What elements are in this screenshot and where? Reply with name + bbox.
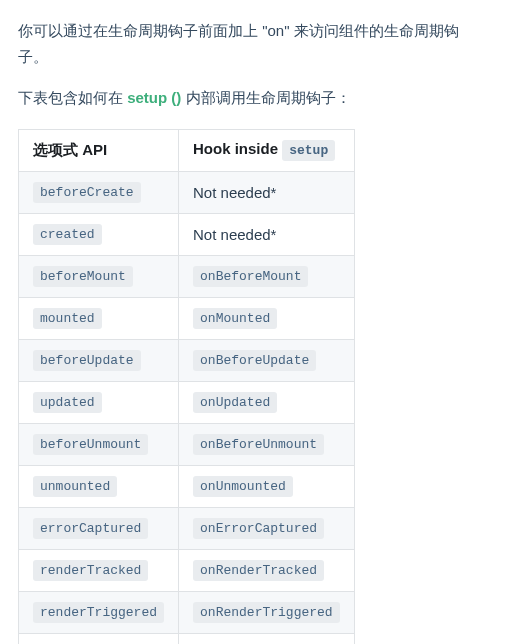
options-api-cell: beforeCreate [19,171,179,213]
hook-cell: onRenderTracked [179,549,355,591]
setup-code-chip: setup [282,140,335,161]
table-row: renderTriggeredonRenderTriggered [19,591,355,633]
hook-code: onRenderTracked [193,560,324,581]
table-row: beforeMountonBeforeMount [19,255,355,297]
options-api-code: errorCaptured [33,518,148,539]
hook-cell: Not needed* [179,171,355,213]
hook-code: onUnmounted [193,476,293,497]
hook-cell: onBeforeUpdate [179,339,355,381]
hook-code: onErrorCaptured [193,518,324,539]
hook-cell: Not needed* [179,213,355,255]
options-api-cell: beforeUpdate [19,339,179,381]
options-api-code: beforeMount [33,266,133,287]
options-api-code: created [33,224,102,245]
table-row: unmountedonUnmounted [19,465,355,507]
options-api-code: updated [33,392,102,413]
hook-cell: onActivated [179,633,355,644]
options-api-cell: renderTriggered [19,591,179,633]
hook-code: onRenderTriggered [193,602,340,623]
hook-plain-text: Not needed* [193,226,276,243]
options-api-cell: beforeUnmount [19,423,179,465]
options-api-code: beforeCreate [33,182,141,203]
table-header-hook-inside-setup: Hook inside setup [179,129,355,171]
sub-suffix: 内部调用生命周期钩子： [181,89,350,106]
hook-cell: onBeforeUnmount [179,423,355,465]
options-api-cell: mounted [19,297,179,339]
intro-paragraph: 你可以通过在生命周期钩子前面加上 "on" 来访问组件的生命周期钩子。 [18,18,488,69]
hook-code: onMounted [193,308,277,329]
hook-cell: onRenderTriggered [179,591,355,633]
sub-prefix: 下表包含如何在 [18,89,127,106]
options-api-cell: unmounted [19,465,179,507]
hook-cell: onMounted [179,297,355,339]
header-hook-prefix: Hook inside [193,140,282,157]
table-row: activatedonActivated [19,633,355,644]
hook-code: onBeforeUpdate [193,350,316,371]
table-row: mountedonMounted [19,297,355,339]
setup-link[interactable]: setup () [127,89,181,106]
hook-code: onUpdated [193,392,277,413]
table-row: renderTrackedonRenderTracked [19,549,355,591]
sub-paragraph: 下表包含如何在 setup () 内部调用生命周期钩子： [18,85,488,111]
options-api-code: renderTracked [33,560,148,581]
options-api-cell: errorCaptured [19,507,179,549]
hook-cell: onBeforeMount [179,255,355,297]
table-header-options-api: 选项式 API [19,129,179,171]
lifecycle-hooks-table: 选项式 API Hook inside setup beforeCreateNo… [18,129,355,645]
hook-code: onBeforeUnmount [193,434,324,455]
options-api-cell: renderTracked [19,549,179,591]
hook-cell: onErrorCaptured [179,507,355,549]
options-api-cell: beforeMount [19,255,179,297]
options-api-cell: updated [19,381,179,423]
table-row: beforeUnmountonBeforeUnmount [19,423,355,465]
hook-cell: onUnmounted [179,465,355,507]
hook-code: onBeforeMount [193,266,308,287]
hook-plain-text: Not needed* [193,184,276,201]
options-api-code: unmounted [33,476,117,497]
options-api-cell: activated [19,633,179,644]
options-api-code: renderTriggered [33,602,164,623]
options-api-code: beforeUnmount [33,434,148,455]
table-row: beforeUpdateonBeforeUpdate [19,339,355,381]
table-row: errorCapturedonErrorCaptured [19,507,355,549]
table-row: beforeCreateNot needed* [19,171,355,213]
hook-cell: onUpdated [179,381,355,423]
options-api-code: mounted [33,308,102,329]
options-api-code: beforeUpdate [33,350,141,371]
table-row: createdNot needed* [19,213,355,255]
options-api-cell: created [19,213,179,255]
table-row: updatedonUpdated [19,381,355,423]
